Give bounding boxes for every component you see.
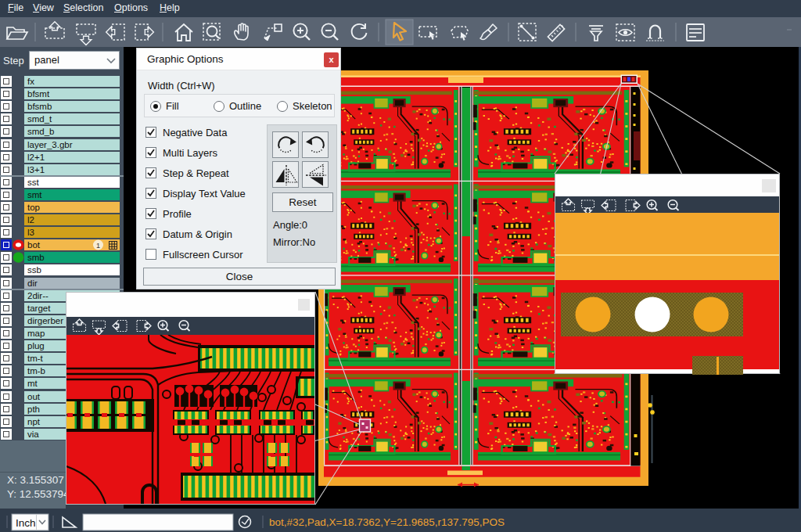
svg-text:1: 1: [96, 242, 100, 250]
svg-text:bot,#32,Pad,X=18.7362,Y=21.968: bot,#32,Pad,X=18.7362,Y=21.9685,r137.795…: [269, 516, 505, 528]
svg-text:Inch: Inch: [16, 517, 36, 529]
